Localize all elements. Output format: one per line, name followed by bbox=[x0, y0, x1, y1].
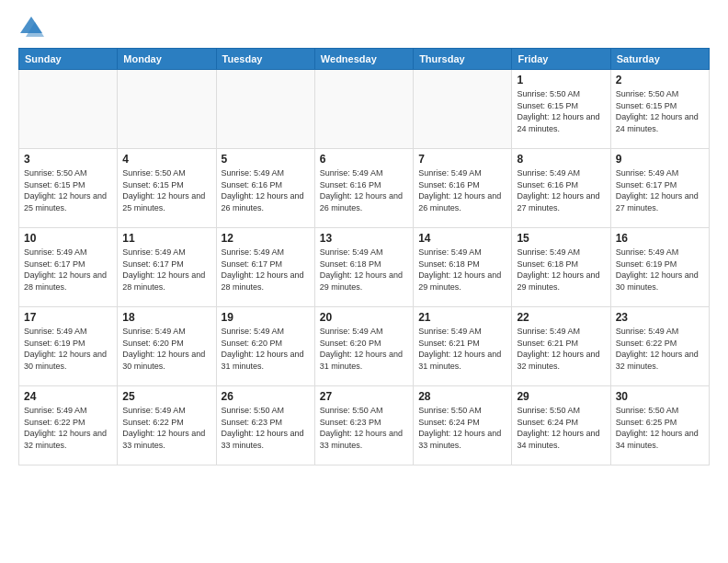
day-number: 30 bbox=[616, 390, 704, 403]
day-info: Sunrise: 5:49 AM Sunset: 6:17 PM Dayligh… bbox=[616, 167, 704, 213]
day-number: 9 bbox=[616, 153, 704, 166]
calendar-cell: 2Sunrise: 5:50 AM Sunset: 6:15 PM Daylig… bbox=[610, 70, 709, 149]
day-info: Sunrise: 5:49 AM Sunset: 6:17 PM Dayligh… bbox=[24, 247, 112, 293]
calendar-cell: 7Sunrise: 5:49 AM Sunset: 6:16 PM Daylig… bbox=[414, 149, 512, 228]
day-number: 6 bbox=[320, 153, 408, 166]
calendar-week-0: 1Sunrise: 5:50 AM Sunset: 6:15 PM Daylig… bbox=[19, 70, 710, 149]
calendar-cell: 22Sunrise: 5:49 AM Sunset: 6:21 PM Dayli… bbox=[512, 307, 610, 386]
day-header-wednesday: Wednesday bbox=[314, 49, 413, 70]
day-number: 29 bbox=[517, 390, 605, 403]
calendar-cell: 9Sunrise: 5:49 AM Sunset: 6:17 PM Daylig… bbox=[610, 149, 709, 228]
day-info: Sunrise: 5:50 AM Sunset: 6:15 PM Dayligh… bbox=[616, 88, 704, 134]
calendar-cell: 13Sunrise: 5:49 AM Sunset: 6:18 PM Dayli… bbox=[314, 228, 413, 307]
calendar-cell bbox=[314, 70, 413, 149]
calendar-cell: 12Sunrise: 5:49 AM Sunset: 6:17 PM Dayli… bbox=[216, 228, 314, 307]
day-info: Sunrise: 5:49 AM Sunset: 6:16 PM Dayligh… bbox=[222, 167, 310, 213]
day-number: 27 bbox=[320, 390, 408, 403]
day-number: 8 bbox=[517, 153, 605, 166]
day-info: Sunrise: 5:50 AM Sunset: 6:15 PM Dayligh… bbox=[122, 167, 210, 213]
day-header-tuesday: Tuesday bbox=[216, 49, 314, 70]
calendar-cell: 20Sunrise: 5:49 AM Sunset: 6:20 PM Dayli… bbox=[314, 307, 413, 386]
day-info: Sunrise: 5:49 AM Sunset: 6:16 PM Dayligh… bbox=[517, 167, 605, 213]
day-info: Sunrise: 5:50 AM Sunset: 6:15 PM Dayligh… bbox=[24, 167, 112, 213]
day-info: Sunrise: 5:49 AM Sunset: 6:16 PM Dayligh… bbox=[320, 167, 408, 213]
day-info: Sunrise: 5:49 AM Sunset: 6:17 PM Dayligh… bbox=[122, 247, 210, 293]
day-number: 25 bbox=[122, 390, 210, 403]
day-number: 20 bbox=[320, 311, 408, 324]
calendar-cell: 29Sunrise: 5:50 AM Sunset: 6:24 PM Dayli… bbox=[512, 386, 610, 465]
day-info: Sunrise: 5:49 AM Sunset: 6:22 PM Dayligh… bbox=[122, 405, 210, 451]
calendar-week-2: 10Sunrise: 5:49 AM Sunset: 6:17 PM Dayli… bbox=[19, 228, 710, 307]
day-info: Sunrise: 5:49 AM Sunset: 6:18 PM Dayligh… bbox=[320, 247, 408, 293]
day-info: Sunrise: 5:50 AM Sunset: 6:23 PM Dayligh… bbox=[222, 405, 310, 451]
calendar-cell: 15Sunrise: 5:49 AM Sunset: 6:18 PM Dayli… bbox=[512, 228, 610, 307]
day-header-monday: Monday bbox=[118, 49, 216, 70]
calendar-cell: 19Sunrise: 5:49 AM Sunset: 6:20 PM Dayli… bbox=[216, 307, 314, 386]
calendar-cell bbox=[19, 70, 118, 149]
day-number: 1 bbox=[517, 74, 605, 86]
day-info: Sunrise: 5:49 AM Sunset: 6:22 PM Dayligh… bbox=[616, 326, 704, 372]
calendar-cell: 26Sunrise: 5:50 AM Sunset: 6:23 PM Dayli… bbox=[216, 386, 314, 465]
calendar: SundayMondayTuesdayWednesdayThursdayFrid… bbox=[18, 48, 710, 465]
day-info: Sunrise: 5:49 AM Sunset: 6:19 PM Dayligh… bbox=[24, 326, 112, 372]
calendar-week-3: 17Sunrise: 5:49 AM Sunset: 6:19 PM Dayli… bbox=[19, 307, 710, 386]
day-number: 19 bbox=[222, 311, 310, 324]
day-info: Sunrise: 5:49 AM Sunset: 6:22 PM Dayligh… bbox=[24, 405, 112, 451]
calendar-cell: 6Sunrise: 5:49 AM Sunset: 6:16 PM Daylig… bbox=[314, 149, 413, 228]
day-info: Sunrise: 5:50 AM Sunset: 6:23 PM Dayligh… bbox=[320, 405, 408, 451]
calendar-cell: 5Sunrise: 5:49 AM Sunset: 6:16 PM Daylig… bbox=[216, 149, 314, 228]
day-number: 22 bbox=[517, 311, 605, 324]
day-number: 14 bbox=[418, 232, 506, 245]
calendar-cell: 17Sunrise: 5:49 AM Sunset: 6:19 PM Dayli… bbox=[19, 307, 118, 386]
day-number: 21 bbox=[418, 311, 506, 324]
day-number: 2 bbox=[616, 74, 704, 86]
calendar-cell: 14Sunrise: 5:49 AM Sunset: 6:18 PM Dayli… bbox=[414, 228, 512, 307]
day-number: 18 bbox=[122, 311, 210, 324]
day-info: Sunrise: 5:49 AM Sunset: 6:21 PM Dayligh… bbox=[517, 326, 605, 372]
day-number: 16 bbox=[616, 232, 704, 245]
day-number: 7 bbox=[418, 153, 506, 166]
day-info: Sunrise: 5:49 AM Sunset: 6:19 PM Dayligh… bbox=[616, 247, 704, 293]
day-info: Sunrise: 5:49 AM Sunset: 6:20 PM Dayligh… bbox=[122, 326, 210, 372]
calendar-cell: 8Sunrise: 5:49 AM Sunset: 6:16 PM Daylig… bbox=[512, 149, 610, 228]
day-number: 15 bbox=[517, 232, 605, 245]
calendar-cell: 10Sunrise: 5:49 AM Sunset: 6:17 PM Dayli… bbox=[19, 228, 118, 307]
calendar-cell bbox=[414, 70, 512, 149]
day-number: 17 bbox=[24, 311, 112, 324]
day-number: 23 bbox=[616, 311, 704, 324]
page: SundayMondayTuesdayWednesdayThursdayFrid… bbox=[0, 0, 728, 475]
logo-icon bbox=[18, 15, 44, 40]
day-info: Sunrise: 5:49 AM Sunset: 6:20 PM Dayligh… bbox=[222, 326, 310, 372]
header bbox=[18, 15, 710, 40]
logo bbox=[18, 15, 48, 40]
calendar-cell: 25Sunrise: 5:49 AM Sunset: 6:22 PM Dayli… bbox=[118, 386, 216, 465]
day-number: 12 bbox=[222, 232, 310, 245]
calendar-cell: 27Sunrise: 5:50 AM Sunset: 6:23 PM Dayli… bbox=[314, 386, 413, 465]
calendar-cell bbox=[118, 70, 216, 149]
calendar-header-row: SundayMondayTuesdayWednesdayThursdayFrid… bbox=[19, 49, 710, 70]
day-info: Sunrise: 5:50 AM Sunset: 6:24 PM Dayligh… bbox=[418, 405, 506, 451]
day-number: 10 bbox=[24, 232, 112, 245]
calendar-week-4: 24Sunrise: 5:49 AM Sunset: 6:22 PM Dayli… bbox=[19, 386, 710, 465]
day-number: 28 bbox=[418, 390, 506, 403]
day-header-friday: Friday bbox=[512, 49, 610, 70]
calendar-cell bbox=[216, 70, 314, 149]
day-number: 4 bbox=[122, 153, 210, 166]
calendar-cell: 1Sunrise: 5:50 AM Sunset: 6:15 PM Daylig… bbox=[512, 70, 610, 149]
calendar-cell: 23Sunrise: 5:49 AM Sunset: 6:22 PM Dayli… bbox=[610, 307, 709, 386]
day-number: 11 bbox=[122, 232, 210, 245]
day-info: Sunrise: 5:50 AM Sunset: 6:24 PM Dayligh… bbox=[517, 405, 605, 451]
day-number: 13 bbox=[320, 232, 408, 245]
day-number: 26 bbox=[222, 390, 310, 403]
day-info: Sunrise: 5:49 AM Sunset: 6:16 PM Dayligh… bbox=[418, 167, 506, 213]
day-info: Sunrise: 5:50 AM Sunset: 6:15 PM Dayligh… bbox=[517, 88, 605, 134]
day-info: Sunrise: 5:50 AM Sunset: 6:25 PM Dayligh… bbox=[616, 405, 704, 451]
calendar-cell: 4Sunrise: 5:50 AM Sunset: 6:15 PM Daylig… bbox=[118, 149, 216, 228]
day-header-saturday: Saturday bbox=[610, 49, 709, 70]
day-info: Sunrise: 5:49 AM Sunset: 6:20 PM Dayligh… bbox=[320, 326, 408, 372]
day-header-sunday: Sunday bbox=[19, 49, 118, 70]
day-number: 3 bbox=[24, 153, 112, 166]
calendar-cell: 28Sunrise: 5:50 AM Sunset: 6:24 PM Dayli… bbox=[414, 386, 512, 465]
calendar-cell: 30Sunrise: 5:50 AM Sunset: 6:25 PM Dayli… bbox=[610, 386, 709, 465]
day-info: Sunrise: 5:49 AM Sunset: 6:18 PM Dayligh… bbox=[418, 247, 506, 293]
